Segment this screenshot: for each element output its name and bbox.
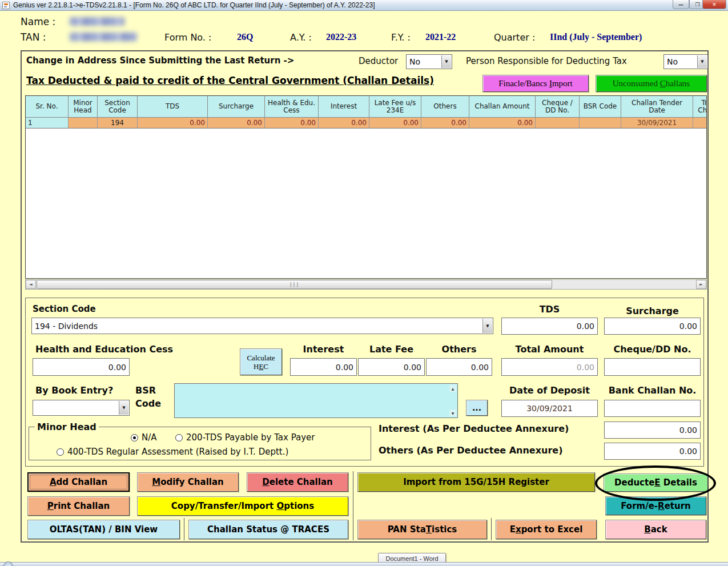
tan-label: TAN :: [21, 31, 46, 43]
chevron-down-icon[interactable]: ▼: [119, 401, 128, 415]
bsr-browse-button[interactable]: ...: [466, 400, 488, 416]
oltas-bin-view-label: OLTAS(TAN) / BIN View: [50, 524, 158, 535]
table-cell: 1: [26, 118, 69, 129]
ellipsis-icon: ...: [472, 403, 481, 412]
radio-icon[interactable]: [131, 434, 138, 441]
export-to-excel-button[interactable]: Export to Excel: [496, 520, 597, 539]
import-15g-15h-button[interactable]: Import from 15G/15H Register: [357, 472, 595, 492]
taskbar-tooltip-label: Document1 - Word: [385, 555, 438, 562]
cheque-dd-label: Cheque/DD No.: [604, 344, 701, 355]
deductor-dropdown[interactable]: No ▼: [406, 54, 452, 69]
copy-transfer-import-label: Copy/Transfer/Import Options: [171, 501, 314, 511]
section-code-dropdown[interactable]: 194 - Dividends ▼: [31, 318, 493, 334]
delete-challan-button[interactable]: Delete Challan: [247, 472, 348, 492]
minor-head-option-400-label: 400-TDS Regular Assessment (Raised by I.…: [67, 447, 288, 457]
challan-table-body: 11940.000.000.000.000.000.000.0030/09/20…: [26, 118, 706, 129]
table-cell: 0.00: [138, 118, 208, 129]
minor-head-option-na[interactable]: N/A: [131, 432, 157, 443]
chevron-down-icon[interactable]: ▼: [697, 55, 707, 68]
title-bar[interactable]: Genius ver 2.21.8.1->e-TDSv2.21.8.1 - [F…: [0, 0, 728, 11]
chevron-down-icon[interactable]: ▼: [441, 55, 451, 68]
oltas-bin-view-button[interactable]: OLTAS(TAN) / BIN View: [27, 520, 180, 539]
hec-input[interactable]: 0.00: [33, 358, 130, 376]
scroll-up-icon[interactable]: ▲: [449, 385, 456, 392]
interest-input[interactable]: 0.00: [290, 358, 357, 376]
modify-challan-label: Modify Challan: [152, 477, 224, 487]
scroll-down-icon[interactable]: ▼: [449, 410, 456, 416]
person-responsible-dropdown[interactable]: No ▼: [663, 54, 708, 69]
table-cell: 0.00: [469, 118, 536, 129]
challan-table: Sr. No.Minor HeadSection CodeTDSSurcharg…: [25, 95, 707, 279]
deductee-details-button[interactable]: DeducteE Details: [604, 473, 708, 492]
others-annexure-label: Others (As Per Deductee Annexure): [379, 445, 562, 456]
date-of-deposit-input[interactable]: 30/09/2021: [501, 400, 598, 417]
button-group-divider: [491, 518, 492, 540]
others-annexure-input[interactable]: 0.00: [604, 443, 701, 460]
section-code-label: Section Code: [33, 304, 96, 314]
minor-head-option-200[interactable]: 200-TDS Payable by Tax Payer: [175, 432, 315, 443]
date-of-deposit-label: Date of Deposit: [501, 385, 598, 396]
finacle-bancs-import-button[interactable]: Finacle/Bancs Import: [482, 75, 589, 92]
fy-value: 2021-22: [425, 32, 456, 42]
table-cell: 0.00: [369, 118, 421, 129]
late-fee-input[interactable]: 0.00: [358, 358, 425, 376]
unconsumed-challans-button[interactable]: Unconsumed Challans: [596, 75, 707, 92]
table-cell: 0.00: [421, 118, 469, 129]
delete-challan-label: Delete Challan: [262, 477, 332, 487]
section-code-value: 194 - Dividends: [35, 322, 98, 331]
cheque-dd-input[interactable]: [604, 358, 701, 376]
ay-label: A.Y. :: [290, 32, 312, 43]
name-value-redacted: [70, 17, 124, 26]
surcharge-input[interactable]: 0.00: [604, 318, 701, 335]
person-responsible-dropdown-value: No: [667, 57, 678, 66]
bsr-label-line1: BSR: [135, 385, 156, 396]
bsr-code-textarea[interactable]: ▲ ▼: [174, 383, 458, 418]
app-icon: [2, 2, 10, 9]
table-cell: [693, 118, 707, 129]
calculate-hec-button[interactable]: Calculate HEC: [240, 348, 282, 375]
minor-head-option-400[interactable]: 400-TDS Regular Assessment (Raised by I.…: [57, 446, 288, 457]
import-15g-15h-label: Import from 15G/15H Register: [403, 477, 549, 487]
modify-challan-button[interactable]: Modify Challan: [137, 472, 239, 492]
scroll-left-button[interactable]: ◄: [26, 280, 36, 289]
table-cell: [536, 118, 580, 129]
table-cell: [69, 118, 98, 129]
column-header: Challan Amount: [469, 96, 536, 118]
interest-annexure-input[interactable]: 0.00: [604, 422, 701, 439]
book-entry-dropdown[interactable]: ▼: [33, 400, 130, 416]
table-row[interactable]: 11940.000.000.000.000.000.000.0030/09/20…: [26, 118, 706, 129]
deductee-details-label: DeducteE Details: [614, 477, 697, 488]
minimize-button[interactable]: —: [673, 0, 689, 9]
scroll-right-button[interactable]: ►: [696, 280, 706, 289]
interest-label: Interest: [290, 344, 357, 355]
print-challan-button[interactable]: Print Challan: [27, 496, 130, 516]
table-cell: 0.00: [208, 118, 265, 129]
add-challan-button[interactable]: Add Challan: [27, 472, 130, 492]
challan-status-traces-label: Challan Status @ TRACES: [207, 524, 329, 535]
pan-statistics-button[interactable]: PAN StaTistics: [357, 520, 487, 539]
others-input[interactable]: 0.00: [426, 358, 492, 376]
form-ereturn-button[interactable]: Form/e-Return: [605, 496, 706, 515]
minor-head-legend: Minor Head: [35, 422, 99, 432]
change-address-label: Change in Address Since Submitting the L…: [26, 55, 294, 66]
interest-annexure-label: Interest (As Per Deductee Annexure): [379, 423, 569, 434]
radio-icon[interactable]: [57, 448, 64, 456]
bank-challan-input[interactable]: [604, 400, 701, 417]
column-header: Late Fee u/s 234E: [369, 96, 421, 118]
close-button[interactable]: ✕: [702, 0, 726, 9]
scrollbar-thumb[interactable]: |||: [37, 280, 552, 289]
surcharge-label: Surcharge: [604, 306, 701, 316]
column-header: Interest: [319, 96, 369, 118]
copy-transfer-import-button[interactable]: Copy/Transfer/Import Options: [137, 496, 348, 516]
back-button[interactable]: Back: [605, 520, 706, 539]
radio-icon[interactable]: [175, 434, 183, 441]
close-icon: ✕: [712, 2, 717, 7]
tds-input[interactable]: 0.00: [501, 318, 598, 335]
window-title: Genius ver 2.21.8.1->e-TDSv2.21.8.1 - [F…: [13, 1, 375, 9]
horizontal-scrollbar[interactable]: ◄ ||| ►: [25, 279, 707, 290]
form-ereturn-label: Form/e-Return: [621, 501, 691, 511]
taskbar[interactable]: [0, 562, 728, 566]
challan-status-traces-button[interactable]: Challan Status @ TRACES: [188, 520, 348, 539]
chevron-down-icon[interactable]: ▼: [482, 319, 492, 333]
table-cell: 194: [98, 118, 138, 129]
